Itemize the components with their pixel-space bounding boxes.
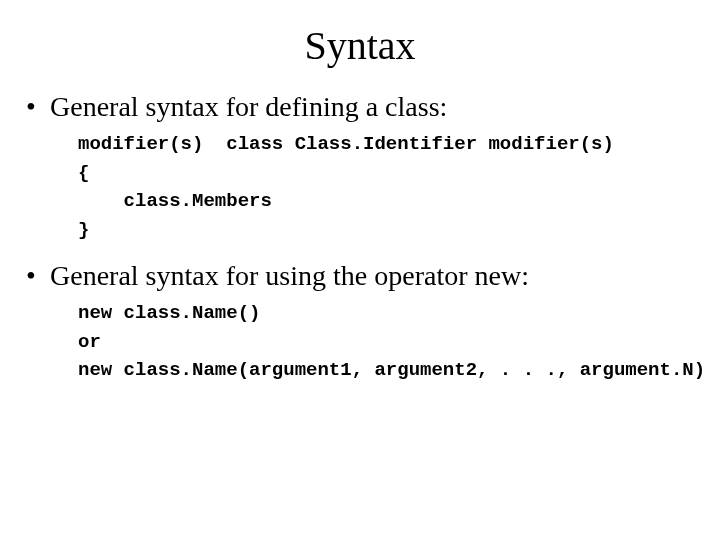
bullet-item: General syntax for defining a class: mod…	[22, 89, 698, 244]
slide: Syntax General syntax for defining a cla…	[0, 22, 720, 540]
code-block: new class.Name() or new class.Name(argum…	[78, 299, 698, 385]
bullet-text: General syntax for defining a class:	[50, 91, 447, 122]
bullet-list: General syntax for defining a class: mod…	[22, 89, 698, 385]
slide-content: General syntax for defining a class: mod…	[0, 89, 720, 385]
slide-title: Syntax	[0, 22, 720, 69]
code-block: modifier(s) class Class.Identifier modif…	[78, 130, 698, 244]
bullet-text: General syntax for using the operator ne…	[50, 260, 529, 291]
bullet-item: General syntax for using the operator ne…	[22, 258, 698, 385]
